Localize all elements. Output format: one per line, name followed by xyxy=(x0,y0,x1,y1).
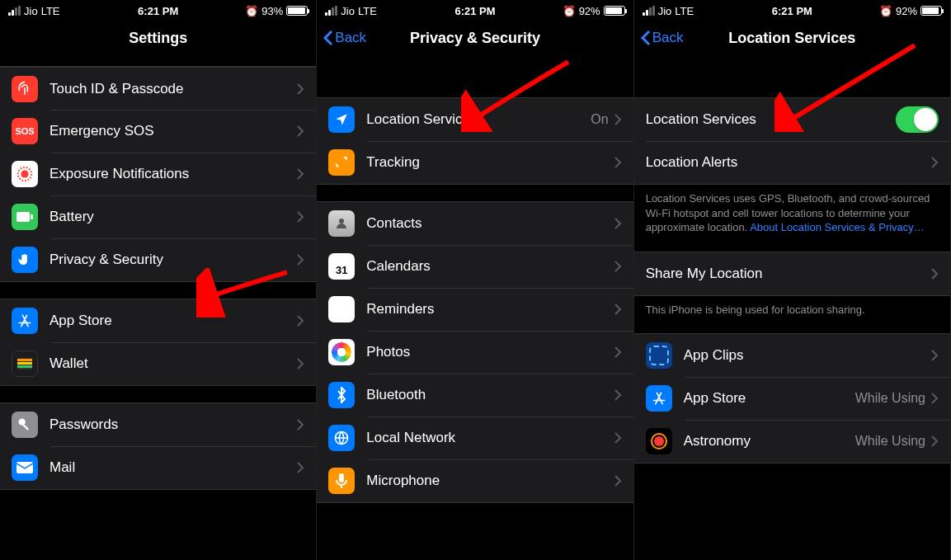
carrier-label: Jio xyxy=(658,5,672,17)
bluetooth-icon xyxy=(328,382,355,408)
row-appclips[interactable]: App Clips xyxy=(634,334,950,377)
screen-privacy: Jio LTE 6:21 PM ⏰ 92% Back Privacy & Sec… xyxy=(317,0,633,560)
appstore-icon xyxy=(12,308,38,334)
photos-icon xyxy=(328,339,355,365)
row-label: Astronomy xyxy=(684,433,855,449)
svg-point-0 xyxy=(21,170,28,177)
settings-group-3: Passwords Mail xyxy=(0,402,316,490)
chevron-right-icon xyxy=(614,388,622,402)
row-label: Wallet xyxy=(49,355,296,372)
svg-rect-5 xyxy=(17,359,32,361)
chevron-right-icon xyxy=(296,253,304,266)
back-button[interactable]: Back xyxy=(641,30,684,46)
signal-icon xyxy=(8,6,21,16)
screen-location: Jio LTE 6:21 PM ⏰ 92% Back Location Serv… xyxy=(634,0,951,560)
chevron-right-icon xyxy=(296,82,304,96)
row-tracking[interactable]: Tracking xyxy=(317,141,633,184)
battery-icon xyxy=(286,6,308,16)
exposure-icon xyxy=(12,161,38,187)
toggle-switch[interactable] xyxy=(896,106,939,133)
row-label: Mail xyxy=(49,459,296,476)
privacy-group-1: Location Services On Tracking xyxy=(317,97,633,185)
chevron-right-icon xyxy=(930,349,939,362)
row-location[interactable]: Location Services On xyxy=(317,98,633,141)
row-label: App Clips xyxy=(684,347,930,364)
svg-rect-10 xyxy=(16,462,33,473)
row-label: Location Services xyxy=(366,111,591,128)
row-label: Bluetooth xyxy=(366,387,613,403)
chevron-right-icon xyxy=(296,125,304,138)
about-link[interactable]: About Location Services & Privacy… xyxy=(750,221,925,233)
chevron-right-icon xyxy=(614,260,622,273)
row-calendars[interactable]: 31 Calendars xyxy=(317,245,633,288)
chevron-left-icon xyxy=(323,30,333,46)
row-location-toggle[interactable]: Location Services xyxy=(634,98,950,141)
row-battery[interactable]: Battery xyxy=(0,195,316,238)
share-footer: This iPhone is being used for location s… xyxy=(634,296,950,324)
row-localnet[interactable]: Local Network xyxy=(317,416,633,459)
reminders-icon xyxy=(328,296,355,322)
row-passwords[interactable]: Passwords xyxy=(0,403,316,446)
row-label: Passwords xyxy=(49,416,296,433)
chevron-right-icon xyxy=(614,156,622,169)
svg-rect-3 xyxy=(31,214,33,219)
row-sos[interactable]: SOS Emergency SOS xyxy=(0,110,316,153)
row-label: Microphone xyxy=(366,473,613,489)
settings-group-1: Touch ID & Passcode SOS Emergency SOS Ex… xyxy=(0,66,316,282)
sos-icon: SOS xyxy=(12,118,38,144)
back-button[interactable]: Back xyxy=(323,30,366,46)
row-privacy[interactable]: Privacy & Security xyxy=(0,238,316,281)
battery-icon xyxy=(604,6,625,16)
chevron-right-icon xyxy=(930,156,939,169)
hand-icon xyxy=(12,247,38,273)
chevron-right-icon xyxy=(614,217,622,230)
row-share-location[interactable]: Share My Location xyxy=(634,252,950,295)
battery-percent: 93% xyxy=(261,5,283,17)
clock-label: 6:21 PM xyxy=(772,5,812,17)
clock-label: 6:21 PM xyxy=(454,5,495,17)
row-label: Contacts xyxy=(366,215,613,232)
network-label: LTE xyxy=(358,5,377,17)
row-bluetooth[interactable]: Bluetooth xyxy=(317,374,633,416)
row-contacts[interactable]: Contacts xyxy=(317,202,633,245)
row-label: Touch ID & Passcode xyxy=(49,81,296,97)
network-label: LTE xyxy=(41,5,60,17)
row-label: Reminders xyxy=(366,301,613,318)
row-photos[interactable]: Photos xyxy=(317,331,633,374)
row-touchid[interactable]: Touch ID & Passcode xyxy=(0,67,316,110)
battery-percent: 92% xyxy=(579,5,600,17)
contacts-icon xyxy=(328,210,355,237)
row-mail[interactable]: Mail xyxy=(0,446,316,489)
settings-group-2: App Store Wallet xyxy=(0,299,316,386)
row-exposure[interactable]: Exposure Notifications xyxy=(0,153,316,195)
row-label: Privacy & Security xyxy=(49,252,296,268)
row-appstore-loc[interactable]: App Store While Using xyxy=(634,377,950,420)
row-value: While Using xyxy=(855,434,925,449)
astronomy-icon xyxy=(646,428,672,454)
chevron-right-icon xyxy=(296,167,304,181)
row-astronomy[interactable]: Astronomy While Using xyxy=(634,420,950,463)
chevron-right-icon xyxy=(296,314,304,327)
network-label: LTE xyxy=(675,5,694,17)
clock-label: 6:21 PM xyxy=(138,5,178,17)
chevron-right-icon xyxy=(296,461,304,474)
alarm-icon: ⏰ xyxy=(245,5,258,17)
row-microphone[interactable]: Microphone xyxy=(317,459,633,502)
signal-icon xyxy=(643,6,655,16)
svg-rect-7 xyxy=(17,365,32,368)
row-label: Location Alerts xyxy=(646,154,930,171)
privacy-group-2: Contacts 31 Calendars Reminders Photos xyxy=(317,201,633,503)
chevron-right-icon xyxy=(614,113,622,126)
chevron-right-icon xyxy=(614,303,622,316)
row-label: Share My Location xyxy=(646,266,930,282)
nav-header: Settings xyxy=(0,20,316,56)
alarm-icon: ⏰ xyxy=(563,5,576,17)
svg-rect-13 xyxy=(339,473,344,482)
row-location-alerts[interactable]: Location Alerts xyxy=(634,141,950,184)
location-group-share: Share My Location xyxy=(634,252,950,296)
row-wallet[interactable]: Wallet xyxy=(0,342,316,385)
row-value: On xyxy=(591,112,608,127)
row-appstore[interactable]: App Store xyxy=(0,299,316,342)
chevron-right-icon xyxy=(296,210,304,224)
row-reminders[interactable]: Reminders xyxy=(317,288,633,331)
